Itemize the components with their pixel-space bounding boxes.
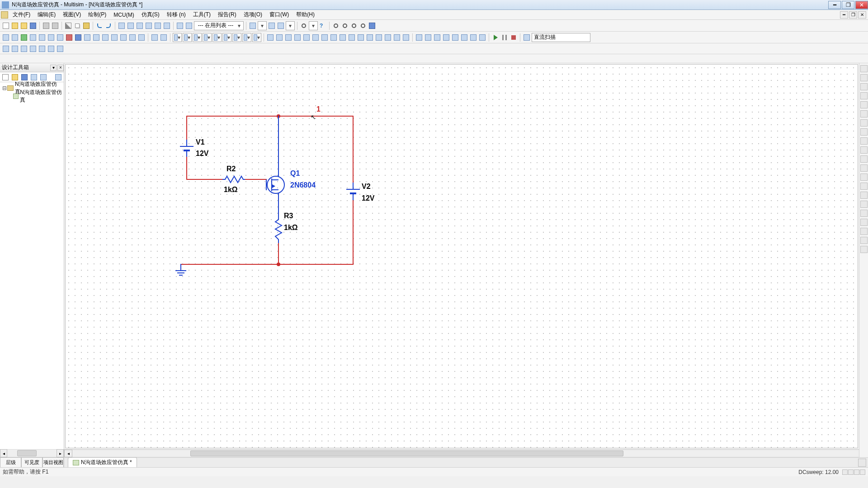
hscroll-left[interactable]: ◂ xyxy=(64,450,72,457)
tab-hierarchy[interactable]: 层级 xyxy=(0,457,21,467)
analysis-field[interactable]: 直流扫描 xyxy=(532,33,590,42)
inuse-combo[interactable]: --- 在用列表 --- ▾ xyxy=(194,21,244,30)
v2-ref[interactable]: V2 xyxy=(362,183,371,191)
probe-6[interactable] xyxy=(460,33,468,42)
wire[interactable] xyxy=(245,179,267,180)
comp-1[interactable] xyxy=(2,33,10,42)
instr-1[interactable] xyxy=(266,33,274,42)
view-5[interactable] xyxy=(38,45,46,53)
comp-18[interactable] xyxy=(160,33,168,42)
comp-15[interactable] xyxy=(128,33,137,42)
rstrip-2[interactable] xyxy=(860,74,868,81)
comp-11[interactable] xyxy=(92,33,100,42)
rstrip-5[interactable] xyxy=(860,101,868,108)
rstrip-7[interactable] xyxy=(860,119,868,127)
component-q1[interactable] xyxy=(267,176,285,194)
r3-ref[interactable]: R3 xyxy=(284,212,293,220)
hscroll-track[interactable] xyxy=(72,450,860,457)
drop-5[interactable]: ▾ xyxy=(212,33,222,42)
view-1[interactable] xyxy=(2,45,10,53)
rstrip-10[interactable] xyxy=(860,146,868,154)
tab-visibility[interactable]: 可见度 xyxy=(21,457,42,467)
rstrip-13[interactable] xyxy=(860,174,868,181)
analysis-icon[interactable] xyxy=(523,33,531,42)
comp-3[interactable] xyxy=(20,33,28,42)
side-t4[interactable] xyxy=(30,73,38,81)
instr-10[interactable] xyxy=(348,33,356,42)
tool-g[interactable] xyxy=(176,22,184,30)
comp-7[interactable] xyxy=(56,33,64,42)
rstrip-3[interactable] xyxy=(860,83,868,90)
zoom-fit-button[interactable] xyxy=(350,22,358,30)
tool-i[interactable] xyxy=(249,22,257,30)
rstrip-11[interactable] xyxy=(860,155,868,163)
instr-13[interactable] xyxy=(375,33,383,42)
instr-7[interactable] xyxy=(321,33,329,42)
wire[interactable] xyxy=(186,179,222,180)
menu-tools[interactable]: 工具(T) xyxy=(189,10,214,19)
drop-1[interactable]: ▾ xyxy=(173,33,182,42)
redo-button[interactable] xyxy=(104,22,113,30)
tool-b[interactable] xyxy=(127,22,135,30)
canvas-hscroll[interactable]: ◂ ▸ xyxy=(64,449,868,457)
drop-9[interactable]: ▾ xyxy=(252,33,261,42)
instr-2[interactable] xyxy=(275,33,283,42)
maximize-button[interactable]: ❐ xyxy=(842,1,854,9)
undo-button[interactable] xyxy=(95,22,104,30)
hscroll-thumb[interactable] xyxy=(190,450,623,456)
tool-j[interactable] xyxy=(268,22,276,30)
minimize-button[interactable]: ━ xyxy=(828,1,841,9)
doc-tab-active[interactable]: N沟道场效应管仿真 * xyxy=(68,457,137,467)
comp-9[interactable] xyxy=(74,33,82,42)
rstrip-8[interactable] xyxy=(860,128,868,136)
probe-7[interactable] xyxy=(469,33,477,42)
tool-h[interactable] xyxy=(185,22,193,30)
view-7[interactable] xyxy=(56,45,64,53)
wire[interactable] xyxy=(353,116,354,186)
tool-e[interactable] xyxy=(154,22,162,30)
probe-2[interactable] xyxy=(424,33,432,42)
stop-button[interactable] xyxy=(509,33,518,42)
tool-a[interactable] xyxy=(118,22,126,30)
tabs-overflow-button[interactable] xyxy=(858,459,866,467)
zoom-out-button[interactable] xyxy=(341,22,349,30)
menu-file[interactable]: 文件(F) xyxy=(9,10,34,19)
instr-5[interactable] xyxy=(302,33,311,42)
r2-ref[interactable]: R2 xyxy=(226,165,236,173)
r2-val[interactable]: 1kΩ xyxy=(224,186,238,194)
close-button[interactable]: ✕ xyxy=(855,1,868,9)
wire[interactable] xyxy=(278,243,279,264)
copy-button[interactable] xyxy=(73,22,81,30)
wire[interactable] xyxy=(353,200,354,264)
menu-mcu[interactable]: MCU(M) xyxy=(110,11,137,19)
drop-2[interactable]: ▾ xyxy=(183,33,192,42)
rstrip-19[interactable] xyxy=(860,228,868,235)
comp-6[interactable] xyxy=(47,33,55,42)
tree-collapse-icon[interactable]: ⊟ xyxy=(2,85,7,91)
sidebar-hscroll[interactable]: ◂ ▸ xyxy=(0,449,64,457)
probe-4[interactable] xyxy=(442,33,450,42)
rstrip-14[interactable] xyxy=(860,183,868,190)
drop-8[interactable]: ▾ xyxy=(242,33,251,42)
rstrip-6[interactable] xyxy=(860,110,868,117)
menu-place[interactable]: 绘制(P) xyxy=(85,10,110,19)
net-label-1[interactable]: 1 xyxy=(316,105,321,113)
rstrip-18[interactable] xyxy=(860,219,868,226)
instr-8[interactable] xyxy=(330,33,338,42)
view-6[interactable] xyxy=(47,45,55,53)
schematic-canvas[interactable]: 1 V1 12V xyxy=(65,64,858,448)
rstrip-21[interactable] xyxy=(860,246,868,253)
view-4[interactable] xyxy=(29,45,37,53)
print-button[interactable] xyxy=(42,22,50,30)
zoom-button[interactable] xyxy=(300,22,308,30)
junction-node[interactable] xyxy=(277,263,280,266)
comp-13[interactable] xyxy=(110,33,118,42)
view-2[interactable] xyxy=(11,45,19,53)
open-sample-button[interactable] xyxy=(20,22,28,30)
q1-ref[interactable]: Q1 xyxy=(290,169,300,178)
instr-12[interactable] xyxy=(366,33,374,42)
comp-2[interactable] xyxy=(11,33,19,42)
component-v2[interactable] xyxy=(346,189,360,194)
instr-16[interactable] xyxy=(402,33,410,42)
new-button[interactable] xyxy=(2,22,10,30)
